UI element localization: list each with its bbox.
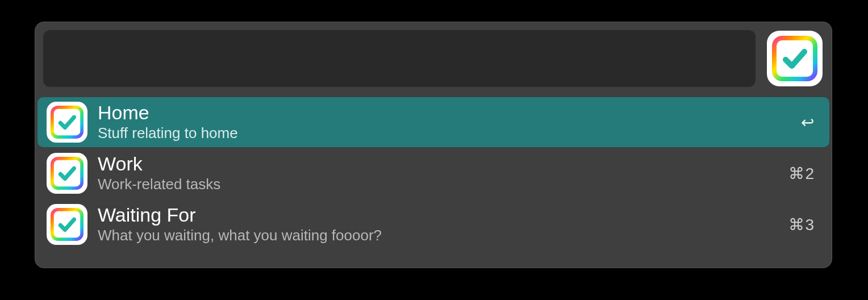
result-title: Work [98,153,778,175]
shortcut-label: ⌘3 [788,215,815,234]
result-subtitle: What you waiting, what you waiting foooo… [98,227,778,244]
result-text: Waiting For What you waiting, what you w… [98,204,778,244]
result-subtitle: Stuff relating to home [98,124,791,142]
return-icon: ↩ [801,113,815,132]
checkmark-app-icon [47,204,87,245]
result-title: Home [98,102,791,124]
result-title: Waiting For [98,204,778,226]
checkmark-app-icon [772,36,817,81]
result-subtitle: Work-related tasks [98,176,778,193]
result-item-work[interactable]: Work Work-related tasks ⌘2 [37,148,829,198]
results-list: Home Stuff relating to home ↩ [35,95,832,268]
result-item-home[interactable]: Home Stuff relating to home ↩ [37,97,829,147]
result-text: Home Stuff relating to home [98,102,791,142]
checkmark-app-icon [47,102,87,143]
result-item-waiting-for[interactable]: Waiting For What you waiting, what you w… [37,199,829,249]
checkmark-app-icon [47,153,87,194]
result-text: Work Work-related tasks [98,153,778,193]
search-row [35,22,832,95]
search-input[interactable] [43,30,756,87]
app-icon [767,31,823,86]
shortcut-label: ⌘2 [788,164,815,183]
launcher-window: Home Stuff relating to home ↩ [35,22,832,268]
